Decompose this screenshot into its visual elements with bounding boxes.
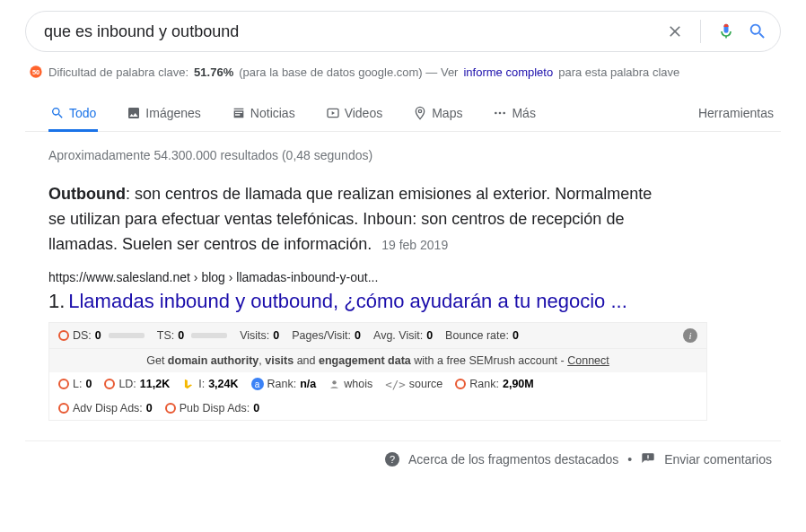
svg-point-4 bbox=[495, 112, 497, 115]
source-link[interactable]: </>source bbox=[385, 378, 442, 391]
seo-metrics-box: DS: 0 TS: 0 Visits: 0 Pages/Visit: 0 Avg… bbox=[48, 322, 707, 421]
snippet-footer: ? Acerca de los fragmentos destacados • … bbox=[25, 440, 781, 467]
keyword-difficulty-bar: 50 Dificultad de palabra clave: 51.76% (… bbox=[25, 65, 781, 79]
promo-p4: with a free SEMrush account - bbox=[411, 354, 567, 367]
snippet-date: 19 feb 2019 bbox=[381, 238, 448, 252]
promo-b3: engagement data bbox=[319, 354, 411, 367]
circle-icon bbox=[58, 330, 69, 341]
ts-value: 0 bbox=[178, 329, 184, 342]
tools-label: Herramientas bbox=[698, 106, 774, 120]
separator bbox=[700, 20, 701, 43]
kwd-report-link[interactable]: informe completo bbox=[463, 65, 553, 79]
search-tabs: Todo Imágenes Noticias Videos Maps Más H… bbox=[25, 97, 781, 132]
tab-maps-label: Maps bbox=[432, 106, 462, 120]
circle-icon bbox=[58, 403, 69, 414]
promo-b2: visits bbox=[265, 354, 293, 367]
news-icon bbox=[232, 106, 246, 120]
visits-label: Visits: bbox=[240, 329, 269, 342]
info-icon[interactable]: i bbox=[683, 328, 697, 343]
avg-label: Avg. Visit: bbox=[373, 329, 423, 342]
kwd-mid: (para la base de datos google.com) — Ver bbox=[239, 65, 458, 79]
ts-label: TS: bbox=[157, 329, 174, 342]
help-icon[interactable]: ? bbox=[385, 452, 399, 467]
tab-more-label: Más bbox=[512, 106, 535, 120]
rank2-value: 2,90M bbox=[503, 378, 534, 390]
seo-row-2: L: 0 LD: 11,2K I: 3,24K aRank: n/a whois… bbox=[49, 372, 706, 397]
result-rank: 1. bbox=[48, 290, 65, 312]
pages-value: 0 bbox=[355, 329, 361, 342]
seo-row-1: DS: 0 TS: 0 Visits: 0 Pages/Visit: 0 Avg… bbox=[49, 323, 706, 348]
avg-value: 0 bbox=[426, 329, 433, 342]
code-icon: </> bbox=[385, 378, 406, 391]
kwd-prefix: Dificultad de palabra clave: bbox=[48, 65, 188, 79]
tab-videos-label: Videos bbox=[345, 106, 383, 120]
connect-link[interactable]: Connect bbox=[567, 354, 609, 367]
bar-icon bbox=[191, 333, 227, 338]
ds-value: 0 bbox=[95, 329, 101, 342]
result-stats: Aproximadamente 54.300.000 resultados (0… bbox=[25, 148, 781, 162]
search-bar[interactable]: que es inbound y outbound bbox=[25, 11, 781, 52]
tab-videos[interactable]: Videos bbox=[324, 97, 385, 131]
circle-icon bbox=[165, 403, 176, 414]
tab-maps[interactable]: Maps bbox=[411, 97, 464, 131]
l-label: L: bbox=[73, 378, 82, 390]
whois-label: whois bbox=[344, 378, 372, 390]
i-label: I: bbox=[198, 378, 205, 390]
rank-value: n/a bbox=[300, 378, 316, 390]
circle-icon bbox=[58, 379, 69, 389]
tab-news-label: Noticias bbox=[250, 106, 295, 120]
ld-value: 11,2K bbox=[140, 378, 170, 390]
visits-value: 0 bbox=[273, 329, 279, 342]
svg-point-5 bbox=[499, 112, 502, 115]
clear-icon[interactable] bbox=[666, 22, 684, 40]
tab-images[interactable]: Imágenes bbox=[125, 97, 202, 131]
adv-value: 0 bbox=[146, 402, 153, 414]
person-icon bbox=[329, 379, 340, 390]
seo-promo-row: Get domain authority, visits and engagem… bbox=[49, 348, 706, 372]
alexa-icon: a bbox=[251, 378, 264, 390]
search-small-icon bbox=[50, 106, 65, 120]
seo-row-3: Adv Disp Ads: 0 Pub Disp Ads: 0 bbox=[49, 397, 706, 420]
adv-label: Adv Disp Ads: bbox=[73, 402, 143, 414]
search-icon[interactable] bbox=[748, 22, 767, 41]
tab-all[interactable]: Todo bbox=[48, 97, 98, 131]
promo-p1: Get bbox=[146, 354, 168, 367]
image-icon bbox=[127, 106, 141, 120]
bar-icon bbox=[109, 333, 145, 338]
ld-label: LD: bbox=[118, 378, 136, 390]
rank-label: Rank: bbox=[267, 378, 297, 390]
l-value: 0 bbox=[85, 378, 92, 390]
svg-point-3 bbox=[419, 109, 422, 112]
semrush-icon: 50 bbox=[29, 65, 43, 79]
featured-snippet: Outbound: son centros de llamada que rea… bbox=[25, 182, 653, 257]
source-label: source bbox=[409, 378, 443, 390]
pages-label: Pages/Visit: bbox=[292, 329, 351, 342]
search-result: https://www.salesland.net › blog › llama… bbox=[25, 270, 707, 421]
svg-text:50: 50 bbox=[32, 68, 39, 76]
circle-icon bbox=[455, 379, 466, 389]
tab-more[interactable]: Más bbox=[491, 97, 537, 131]
rank2-label: Rank: bbox=[469, 378, 499, 390]
result-url[interactable]: https://www.salesland.net › blog › llama… bbox=[48, 270, 707, 284]
pub-label: Pub Disp Ads: bbox=[180, 402, 250, 414]
send-feedback-link[interactable]: Enviar comentarios bbox=[664, 452, 772, 467]
promo-p3: and bbox=[293, 354, 319, 367]
whois-link[interactable]: whois bbox=[329, 378, 372, 390]
search-input[interactable]: que es inbound y outbound bbox=[44, 22, 666, 41]
pub-value: 0 bbox=[253, 402, 259, 414]
maps-icon bbox=[413, 106, 427, 120]
bing-icon bbox=[182, 378, 195, 390]
mic-icon[interactable] bbox=[717, 22, 735, 41]
tools-link[interactable]: Herramientas bbox=[691, 97, 781, 131]
feedback-icon bbox=[641, 452, 655, 467]
about-snippets-link[interactable]: Acerca de los fragmentos destacados bbox=[408, 452, 618, 467]
kwd-percent: 51.76% bbox=[194, 65, 233, 79]
i-value: 3,24K bbox=[208, 378, 238, 390]
result-title[interactable]: Llamadas inbound y outbound, ¿cómo ayuda… bbox=[68, 290, 627, 312]
kwd-suffix: para esta palabra clave bbox=[558, 65, 679, 79]
tab-images-label: Imágenes bbox=[145, 106, 200, 120]
promo-b1: domain authority bbox=[168, 354, 258, 367]
more-icon bbox=[493, 106, 507, 120]
svg-point-7 bbox=[333, 380, 337, 384]
tab-news[interactable]: Noticias bbox=[230, 97, 297, 131]
